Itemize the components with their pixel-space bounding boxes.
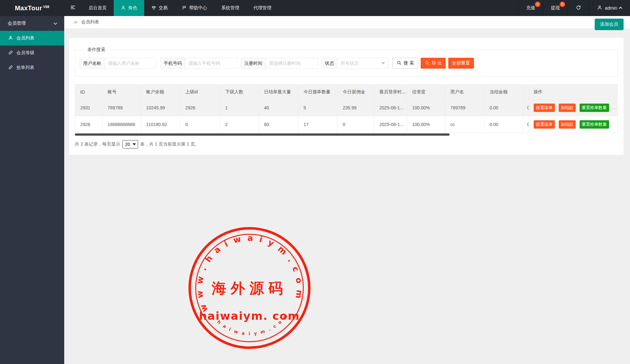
- cell-account: 18888888888: [102, 116, 141, 133]
- sidebar: 会员管理 会员列表 会员等级 抢单列表: [0, 16, 64, 364]
- scrollbar-thumb[interactable]: [75, 133, 450, 136]
- flag-icon: [182, 5, 187, 11]
- cell-actions: 设置连单 加扣款 重置抢单数量 ...: [529, 99, 617, 116]
- nav-item-trade[interactable]: 交易: [144, 0, 175, 16]
- withdraw-badge: 0: [560, 2, 565, 7]
- search-button-label: 搜 索: [404, 60, 414, 66]
- col-header-today-orders: 今日接单数量: [298, 85, 337, 99]
- filter-username: 用户名称: [80, 58, 156, 69]
- page-size-select[interactable]: 20: [122, 140, 138, 148]
- pagination: 共 2 条记录，每页显示 20 条，共 1 页当前显示第 1 页。: [75, 140, 618, 148]
- refresh-button[interactable]: [568, 0, 589, 16]
- sidebar-item-label: 抢单列表: [16, 65, 34, 71]
- pagination-suffix: 条，共 1 页当前显示第 1 页。: [140, 141, 199, 147]
- cell-subordinates: 1: [220, 99, 259, 116]
- more-actions-button[interactable]: ...: [613, 105, 617, 110]
- cell-id: 2931: [75, 99, 102, 116]
- cell-credit: 100.00%: [407, 99, 445, 116]
- reset-all-button-label: 全部重置: [452, 60, 470, 66]
- recharge-label: 充值: [526, 5, 535, 11]
- col-header-credit: 信誉度: [407, 85, 445, 99]
- cell-clipped: 0: [523, 99, 529, 116]
- username-input[interactable]: [105, 58, 156, 68]
- cell-credit: 100.00%: [407, 116, 445, 133]
- sidebar-item-member-list[interactable]: 会员列表: [0, 31, 64, 46]
- link-icon: [8, 50, 13, 56]
- filter-register-time: 注册时间: [241, 58, 318, 69]
- sidebar-item-label: 会员列表: [16, 35, 34, 41]
- sidebar-item-member-level[interactable]: 会员等级: [0, 46, 64, 60]
- col-header-actions: 操作: [529, 85, 617, 99]
- reset-all-button[interactable]: 全部重置: [448, 58, 474, 69]
- link-icon: [8, 65, 13, 71]
- export-button[interactable]: 导 出: [421, 58, 446, 69]
- register-time-label: 注册时间: [241, 58, 266, 68]
- logo-version: V88: [43, 5, 49, 9]
- select-caret-icon: [133, 143, 136, 145]
- register-time-input[interactable]: [266, 58, 317, 68]
- content-card: 条件搜索 用户名称 手机号码 注册时间 状态 所有状态: [69, 38, 624, 155]
- nav-item-system[interactable]: 系统管理: [214, 0, 246, 16]
- withdraw-label: 提现: [551, 5, 560, 11]
- cell-parent-id: 2926: [180, 99, 220, 116]
- page-size-value: 20: [125, 142, 130, 147]
- withdraw-button[interactable]: 提现 0: [543, 0, 568, 16]
- col-header-daily-max: 日结单最大量: [259, 85, 298, 99]
- sidebar-item-order-grab-list[interactable]: 抢单列表: [0, 60, 64, 75]
- set-chain-order-button[interactable]: 设置连单: [534, 120, 555, 129]
- phone-label: 手机号码: [161, 58, 185, 68]
- cell-today-commission: 0: [337, 116, 374, 133]
- cell-actions: 设置连单 加扣款 重置抢单数量: [529, 116, 617, 133]
- pagination-prefix: 共 2 条记录，每页显示: [75, 141, 120, 147]
- search-icon: [397, 60, 402, 66]
- cell-frozen: 0.00: [484, 116, 523, 133]
- cell-balance: 10245.99: [141, 99, 180, 116]
- search-panel: 条件搜索 用户名称 手机号码 注册时间 状态 所有状态: [75, 47, 618, 77]
- status-select[interactable]: 所有状态: [337, 58, 388, 68]
- person-icon: [121, 5, 126, 11]
- hamburger-icon: [70, 4, 76, 12]
- cell-daily-max: 40: [259, 99, 298, 116]
- user-name: admin: [605, 5, 617, 11]
- user-menu[interactable]: admin: [589, 0, 630, 16]
- cell-daily-max: 60: [259, 116, 298, 133]
- adjust-funds-button[interactable]: 加扣款: [559, 120, 576, 129]
- nav-item-help-center[interactable]: 帮助中心: [175, 0, 214, 16]
- reset-grab-count-button[interactable]: 重置抢单数量: [580, 104, 609, 112]
- top-bar: MaxTourV88 后台首页 角色 交易 帮助中心 系统管理 代理管理 充值 …: [0, 0, 630, 16]
- add-member-button[interactable]: 添加会员: [595, 19, 624, 30]
- top-nav: 后台首页 角色 交易 帮助中心 系统管理 代理管理: [82, 0, 278, 16]
- filter-phone: 手机号码: [160, 58, 237, 69]
- nav-label: 后台首页: [89, 5, 107, 11]
- recharge-button[interactable]: 充值 0: [518, 0, 543, 16]
- cell-last-login: 2025-08-1...: [374, 116, 407, 133]
- chevron-up-icon: [619, 7, 622, 10]
- sidebar-group-member-management[interactable]: 会员管理: [0, 16, 64, 31]
- table-row: 2931 789789 10245.99 2926 1 40 5 235.99 …: [75, 99, 618, 116]
- breadcrumb: ≫ 会员列表: [64, 16, 630, 28]
- search-panel-legend: 条件搜索: [84, 47, 109, 53]
- menu-toggle-button[interactable]: [64, 0, 82, 16]
- recharge-badge: 0: [535, 2, 540, 7]
- nav-label: 系统管理: [221, 5, 239, 11]
- col-header-parent-id: 上级id: [180, 85, 220, 99]
- search-button[interactable]: 搜 索: [392, 58, 418, 69]
- nav-item-home[interactable]: 后台首页: [82, 0, 114, 16]
- cell-id: 2926: [75, 116, 102, 133]
- phone-input[interactable]: [185, 58, 237, 68]
- cell-today-orders: 17: [298, 116, 337, 133]
- chevron-down-icon: [54, 21, 57, 25]
- nav-item-roles[interactable]: 角色: [114, 0, 144, 16]
- cell-account: 789789: [102, 99, 141, 116]
- reset-grab-count-button[interactable]: 重置抢单数量: [580, 120, 609, 129]
- status-label: 状态: [322, 58, 337, 68]
- main-content: ≫ 会员列表 添加会员 条件搜索 用户名称 手机号码 注册时间 状: [64, 16, 630, 364]
- col-header-balance: 账户余额: [141, 85, 180, 99]
- set-chain-order-button[interactable]: 设置连单: [534, 104, 555, 112]
- nav-item-agent[interactable]: 代理管理: [246, 0, 278, 16]
- cell-today-orders: 5: [298, 99, 337, 116]
- adjust-funds-button[interactable]: 加扣款: [559, 104, 576, 112]
- page-title: 会员列表: [81, 19, 99, 25]
- cell-today-commission: 235.99: [337, 99, 374, 116]
- refresh-icon: [576, 5, 581, 11]
